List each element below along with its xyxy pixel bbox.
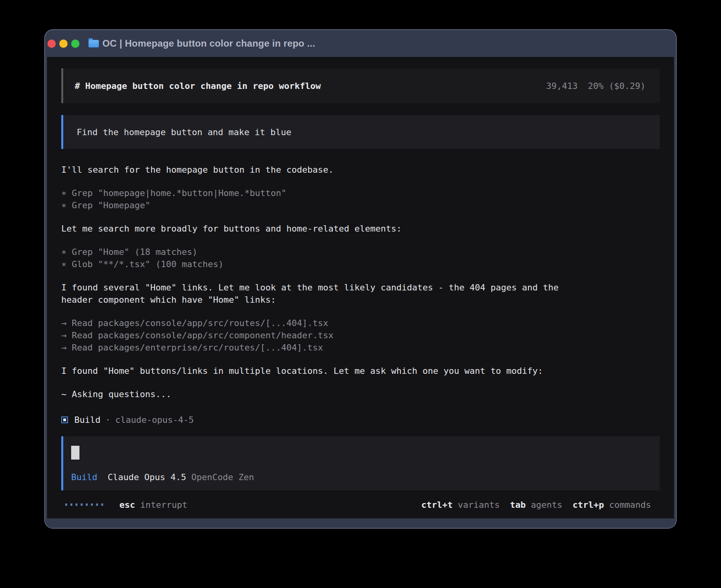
assistant-text-line: Let me search more broadly for buttons a…	[61, 222, 660, 235]
hint-agents: tab agents	[510, 500, 562, 510]
token-count: 39,413	[546, 81, 578, 91]
esc-label: interrupt	[140, 500, 187, 510]
tool-call-line: ∗ Grep "homepage|home.*button|Home.*butt…	[61, 187, 660, 199]
input-model-label[interactable]: Claude Opus 4.5	[108, 471, 186, 483]
hint-interrupt: esc interrupt	[119, 500, 187, 510]
assistant-text-line: I found several "Home" links. Let me loo…	[61, 281, 660, 294]
text-cursor	[71, 446, 79, 460]
assistant-text-line: ~ Asking questions...	[61, 388, 660, 400]
tool-call-line: ∗ Grep "Homepage"	[61, 199, 660, 211]
folder-icon	[89, 40, 99, 47]
transcript-group: ∗ Grep "homepage|home.*button|Home.*butt…	[61, 187, 660, 211]
agent-build-icon	[61, 416, 68, 423]
status-bar-left: esc interrupt	[65, 500, 187, 510]
session-title: # Homepage button color change in repo w…	[75, 81, 321, 91]
assistant-text-line: I found "Home" buttons/links in multiple…	[61, 365, 660, 377]
session-stats: 39,413 20% ($0.29)	[546, 81, 646, 91]
input-meta: Build Claude Opus 4.5 OpenCode Zen	[71, 471, 652, 483]
tool-call-line: ∗ Glob "**/*.tsx" (100 matches)	[61, 258, 660, 270]
agent-status-row: Build · claude-opus-4-5	[61, 414, 660, 426]
transcript-group: → Read packages/console/app/src/routes/[…	[61, 317, 660, 354]
tool-call-line: ∗ Grep "Home" (18 matches)	[61, 246, 660, 258]
transcript-group: I found several "Home" links. Let me loo…	[61, 281, 660, 306]
user-message: Find the homepage button and make it blu…	[61, 115, 660, 149]
transcript-group: I found "Home" buttons/links in multiple…	[61, 365, 660, 377]
prompt-input[interactable]: Build Claude Opus 4.5 OpenCode Zen	[61, 436, 660, 490]
window-title: OC | Homepage button color change in rep…	[102, 38, 315, 49]
transcript-group: I'll search for the homepage button in t…	[61, 164, 660, 176]
minimize-button[interactable]	[59, 40, 68, 48]
terminal-window: OC | Homepage button color change in rep…	[44, 29, 677, 529]
transcript: I'll search for the homepage button in t…	[61, 164, 660, 411]
traffic-lights	[47, 40, 83, 48]
tool-call-line: → Read packages/enterprise/src/routes/[.…	[61, 341, 660, 354]
zoom-button[interactable]	[71, 40, 79, 48]
model-name: claude-opus-4-5	[115, 414, 194, 426]
input-agent-label[interactable]: Build	[71, 471, 97, 483]
terminal-content: # Homepage button color change in repo w…	[47, 57, 674, 518]
context-usage: 20% ($0.29)	[588, 81, 646, 91]
status-bar-right: ctrl+t variants tab agents ctrl+p comman…	[421, 500, 651, 510]
transcript-group: Let me search more broadly for buttons a…	[61, 222, 660, 235]
assistant-text-line: I'll search for the homepage button in t…	[61, 164, 660, 176]
transcript-group: ~ Asking questions...	[61, 388, 660, 400]
user-message-text: Find the homepage button and make it blu…	[77, 127, 291, 137]
transcript-group: ∗ Grep "Home" (18 matches)∗ Glob "**/*.t…	[61, 246, 660, 270]
status-bar: esc interrupt ctrl+t variants tab agents…	[61, 490, 660, 518]
hint-commands: ctrl+p commands	[573, 500, 651, 510]
window-bottom-edge	[45, 518, 676, 528]
close-button[interactable]	[47, 40, 56, 48]
separator-dot: ·	[105, 414, 110, 426]
session-header: # Homepage button color change in repo w…	[61, 68, 660, 103]
assistant-text-line: header component which have "Home" links…	[61, 294, 660, 306]
hint-variants: ctrl+t variants	[421, 500, 500, 510]
tool-call-line: → Read packages/console/app/src/componen…	[61, 329, 660, 341]
window-titlebar: OC | Homepage button color change in rep…	[45, 30, 676, 57]
tool-call-line: → Read packages/console/app/src/routes/[…	[61, 317, 660, 329]
activity-spinner-dots	[65, 503, 106, 506]
esc-key: esc	[119, 500, 135, 510]
input-provider-label: OpenCode Zen	[191, 471, 254, 483]
agent-name: Build	[74, 414, 100, 426]
